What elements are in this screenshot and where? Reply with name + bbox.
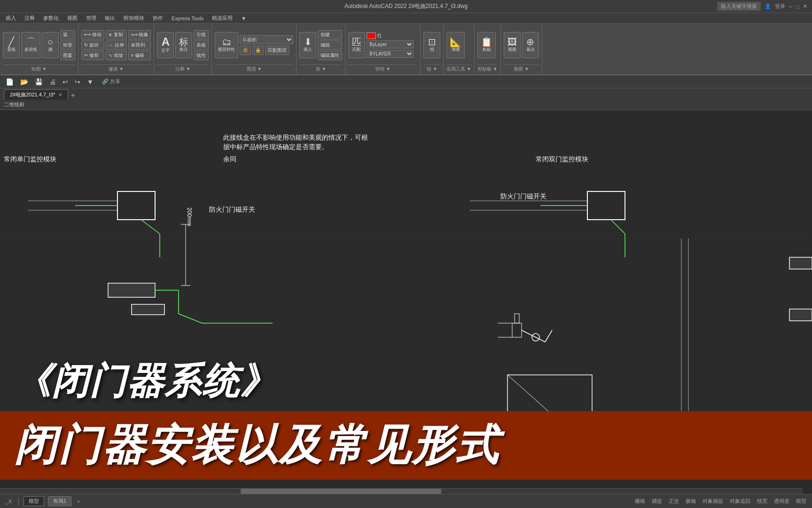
ribbon-btn-table[interactable]: 表格	[194, 40, 209, 50]
ribbon-btn-dim[interactable]: 标 标注	[175, 32, 192, 58]
svg-rect-31	[789, 257, 812, 269]
measure-icon: 📐	[450, 37, 461, 47]
base-point-label: 基点	[526, 47, 535, 53]
status-grid[interactable]: 栅格	[633, 497, 647, 506]
qa-redo[interactable]: ↪	[73, 77, 82, 87]
qa-more[interactable]: ▼	[85, 77, 95, 87]
ribbon-btn-text[interactable]: A 文字	[157, 32, 174, 58]
qa-share[interactable]: 🔗 共享	[102, 78, 120, 85]
user-icon[interactable]: 👤	[765, 3, 771, 9]
ribbon: ╱ 直线 ⌒ 多段线 ○ 圆 弧 矩形 图案 绘图 ▼	[0, 24, 812, 75]
qa-new[interactable]: 📄	[4, 77, 16, 87]
qa-print[interactable]: 🖨	[47, 77, 58, 87]
tab-drawing[interactable]: 2#电施2021.4.7_t3* ✕	[4, 89, 68, 100]
ribbon-btn-linear[interactable]: 线性	[194, 51, 209, 60]
ribbon-btn-match-prop[interactable]: 匹 匹配	[348, 32, 365, 58]
status-polar[interactable]: 极轴	[684, 497, 698, 506]
ribbon-btn-paste[interactable]: 📋 粘贴	[477, 32, 496, 58]
add-layout-btn[interactable]: +	[75, 498, 82, 505]
minimize-btn[interactable]: ─	[789, 4, 793, 9]
ribbon-row-layer: 🗂 图层特性 0-面积 🔆 🔒 匹配图层	[215, 25, 293, 64]
dim-label: 标注	[180, 47, 188, 53]
tab-close-btn[interactable]: ✕	[58, 92, 62, 97]
ribbon-btn-view-mgr[interactable]: 🖼 视图	[504, 32, 521, 58]
menu-annotate[interactable]: 注释	[21, 14, 39, 23]
ribbon-btn-arc[interactable]: 弧	[60, 30, 75, 40]
status-lineweight[interactable]: 线宽	[755, 497, 769, 506]
ribbon-label-annotate: 注释 ▼	[157, 64, 209, 72]
menu-more[interactable]: ▼	[237, 15, 250, 22]
qa-save[interactable]: 💾	[33, 77, 45, 87]
props-bylayer[interactable]: ByLayer	[367, 40, 414, 48]
menu-insert[interactable]: 插入	[2, 14, 20, 23]
svg-rect-13	[132, 304, 164, 315]
scroll-thumb-horizontal[interactable]	[241, 489, 441, 494]
horizontal-scrollbar[interactable]	[0, 488, 803, 494]
ribbon-btn-layer-lock[interactable]: 🔒	[252, 46, 264, 55]
menu-view[interactable]: 视图	[63, 14, 81, 23]
ribbon-btn-copy[interactable]: ⊕ 复制	[106, 30, 127, 40]
status-osnap[interactable]: 对象捕捉	[701, 497, 725, 506]
ribbon-btn-polyline[interactable]: ⌒ 多段线	[21, 32, 40, 58]
status-snap[interactable]: 捕捉	[650, 497, 664, 506]
menu-output[interactable]: 输出	[101, 14, 119, 23]
ribbon-btn-stretch[interactable]: ↔ 拉伸	[106, 40, 127, 50]
color-swatch[interactable]	[367, 32, 376, 39]
ribbon-btn-create-block[interactable]: 创建	[318, 30, 342, 40]
ribbon-btn-array[interactable]: ⊞ 阵列	[128, 40, 151, 50]
view-label-bar: 二维线框	[0, 100, 812, 110]
ribbon-btn-edit-attr[interactable]: 编辑属性	[318, 51, 342, 60]
ribbon-btn-scale[interactable]: ⤡ 缩放	[106, 51, 127, 60]
ribbon-btn-mirror[interactable]: ⟺ 镜像	[128, 30, 151, 40]
ribbon-btn-edit-block[interactable]: 编辑	[318, 40, 342, 50]
qa-open[interactable]: 📂	[18, 77, 30, 87]
tab-add-btn[interactable]: +	[69, 91, 77, 100]
ribbon-btn-hatch[interactable]: 图案	[60, 51, 75, 60]
ribbon-group-modify: ⟷ 移动 ↻ 旋转 ✂ 修剪 ⊕ 复制 ↔ 拉伸 ⤡ 缩放 ⟺ 镜像 ⊞ 阵列 …	[78, 24, 154, 74]
status-otrack[interactable]: 对象追踪	[728, 497, 752, 506]
ribbon-btn-move[interactable]: ⟷ 移动	[81, 30, 104, 40]
ribbon-btn-line[interactable]: ╱ 直线	[3, 32, 20, 58]
ribbon-btn-layer-match[interactable]: 匹配图层	[265, 46, 289, 55]
paste-icon: 📋	[481, 37, 492, 47]
props-bylayer2[interactable]: BYLAYER	[367, 50, 414, 58]
maximize-btn[interactable]: □	[796, 4, 799, 9]
menu-addons[interactable]: 附加模块	[120, 14, 148, 23]
ribbon-btn-offset[interactable]: ≡ 偏移	[128, 51, 151, 60]
ribbon-btn-trim[interactable]: ✂ 修剪	[81, 51, 104, 60]
ribbon-label-layer: 图层 ▼	[215, 64, 293, 72]
layout-tab-model[interactable]: 模型	[23, 496, 44, 506]
menu-featured[interactable]: 精选应用	[208, 14, 236, 23]
status-transparency[interactable]: 透明度	[772, 497, 791, 506]
login-btn[interactable]: 登录	[775, 3, 785, 10]
ribbon-label-view: 视图 ▼	[504, 64, 539, 72]
search-box[interactable]: 输入关键字搜索	[717, 2, 761, 11]
insert-icon: ⬇	[304, 37, 312, 47]
drawing-area[interactable]: 此接线盒在不影响使用功能和美观的情况下，可根 据中标产品特性现场确定是否需要。 …	[0, 110, 812, 508]
menu-manage[interactable]: 管理	[82, 14, 100, 23]
ribbon-btn-rect[interactable]: 矩形	[60, 40, 75, 50]
title-bar: Autodesk AutoCAD 2022 2#电施2021.4.7_t3.dw…	[0, 0, 812, 13]
layer-select[interactable]: 0-面积	[240, 35, 293, 44]
ribbon-row-clipboard: 📋 粘贴	[477, 25, 498, 64]
status-ortho[interactable]: 正交	[667, 497, 681, 506]
ribbon-row-utils: 📐 测量	[446, 25, 471, 64]
menu-express[interactable]: Express Tools	[168, 15, 207, 22]
ribbon-btn-base-point[interactable]: ⊕ 基点	[522, 32, 539, 58]
ribbon-btn-leader[interactable]: 引线	[194, 30, 209, 40]
close-btn[interactable]: ✕	[803, 3, 807, 9]
ribbon-btn-group[interactable]: ⊡ 组	[423, 32, 440, 58]
ribbon-btn-layer-freeze[interactable]: 🔆	[240, 46, 251, 55]
menu-collab[interactable]: 协作	[149, 14, 167, 23]
ribbon-btn-layer-prop[interactable]: 🗂 图层特性	[215, 32, 238, 58]
ribbon-btn-insert[interactable]: ⬇ 插入	[299, 32, 316, 58]
app-title: Autodesk AutoCAD 2022 2#电施2021.4.7_t3.dw…	[344, 2, 468, 10]
qa-undo[interactable]: ↩	[61, 77, 70, 87]
ribbon-row-annotate: A 文字 标 标注 引线 表格 线性	[157, 25, 209, 64]
menu-parametric[interactable]: 参数化	[39, 14, 62, 23]
status-model[interactable]: 模型	[794, 497, 808, 506]
ribbon-btn-circle[interactable]: ○ 圆	[42, 32, 59, 58]
ribbon-btn-measure[interactable]: 📐 测量	[446, 32, 465, 58]
ribbon-btn-rotate[interactable]: ↻ 旋转	[81, 40, 104, 50]
layout-tab-layout1[interactable]: 布局1	[48, 496, 71, 506]
